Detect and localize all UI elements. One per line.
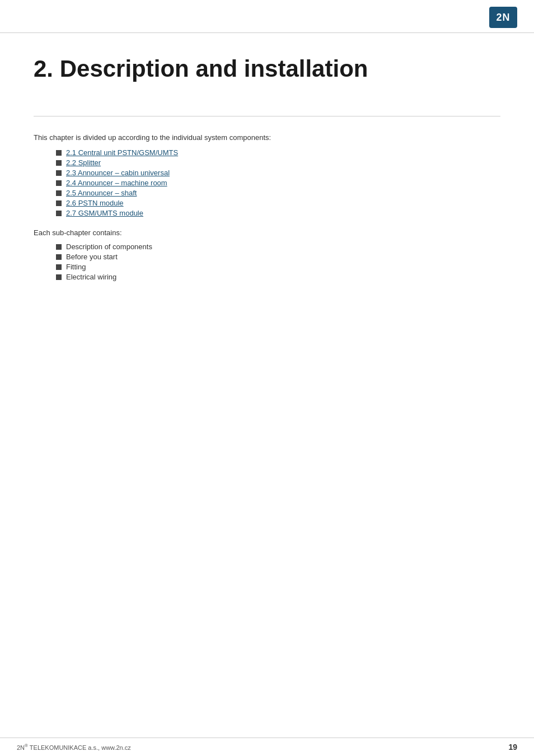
page-container: 2N 2. Description and installation This … bbox=[0, 0, 534, 756]
footer-page-number: 19 bbox=[508, 743, 517, 752]
intro-text: This chapter is divided up according to … bbox=[34, 133, 500, 142]
list-item: 2.2 Splitter bbox=[56, 158, 500, 167]
list-item: Fitting bbox=[56, 263, 500, 271]
list-item: 2.4 Announcer – machine room bbox=[56, 179, 500, 187]
link-2-5[interactable]: 2.5 Announcer – shaft bbox=[66, 189, 137, 197]
bullet-icon bbox=[56, 254, 62, 260]
main-content: 2. Description and installation This cha… bbox=[0, 33, 534, 315]
links-list: 2.1 Central unit PSTN/GSM/UMTS 2.2 Split… bbox=[56, 148, 500, 217]
chapter-title-text: Description and installation bbox=[60, 55, 368, 82]
list-item: 2.1 Central unit PSTN/GSM/UMTS bbox=[56, 148, 500, 157]
bullet-icon bbox=[56, 160, 62, 166]
link-2-7[interactable]: 2.7 GSM/UMTS module bbox=[66, 209, 143, 217]
chapter-title: 2. Description and installation bbox=[34, 55, 500, 82]
bullet-icon bbox=[56, 274, 62, 280]
list-item: 2.3 Announcer – cabin universal bbox=[56, 169, 500, 177]
link-2-3[interactable]: 2.3 Announcer – cabin universal bbox=[66, 169, 170, 177]
list-item: 2.5 Announcer – shaft bbox=[56, 189, 500, 197]
link-2-6[interactable]: 2.6 PSTN module bbox=[66, 199, 124, 207]
plain-list-item-4: Electrical wiring bbox=[66, 273, 116, 281]
list-item: Description of components bbox=[56, 242, 500, 251]
bullet-icon bbox=[56, 170, 62, 176]
link-2-1[interactable]: 2.1 Central unit PSTN/GSM/UMTS bbox=[66, 148, 178, 157]
list-item: Before you start bbox=[56, 253, 500, 261]
bullet-icon bbox=[56, 190, 62, 196]
list-item: 2.6 PSTN module bbox=[56, 199, 500, 207]
footer-left: 2N® TELEKOMUNIKACE a.s., www.2n.cz bbox=[17, 743, 131, 751]
plain-list-item-1: Description of components bbox=[66, 242, 152, 251]
bullet-icon bbox=[56, 211, 62, 216]
list-item: Electrical wiring bbox=[56, 273, 500, 281]
page-footer: 2N® TELEKOMUNIKACE a.s., www.2n.cz 19 bbox=[0, 738, 534, 756]
bullet-icon bbox=[56, 264, 62, 270]
plain-list-item-2: Before you start bbox=[66, 253, 118, 261]
bullet-icon bbox=[56, 150, 62, 156]
logo: 2N bbox=[489, 7, 517, 28]
top-header: 2N bbox=[0, 0, 534, 33]
link-2-4[interactable]: 2.4 Announcer – machine room bbox=[66, 179, 167, 187]
sub-chapter-label: Each sub-chapter contains: bbox=[34, 228, 500, 237]
bullet-icon bbox=[56, 200, 62, 206]
plain-list: Description of components Before you sta… bbox=[56, 242, 500, 281]
plain-list-item-3: Fitting bbox=[66, 263, 86, 271]
list-item: 2.7 GSM/UMTS module bbox=[56, 209, 500, 217]
link-2-2[interactable]: 2.2 Splitter bbox=[66, 158, 101, 167]
section-divider bbox=[34, 116, 500, 116]
bullet-icon bbox=[56, 244, 62, 250]
bullet-icon bbox=[56, 180, 62, 186]
chapter-number: 2. bbox=[34, 55, 53, 82]
